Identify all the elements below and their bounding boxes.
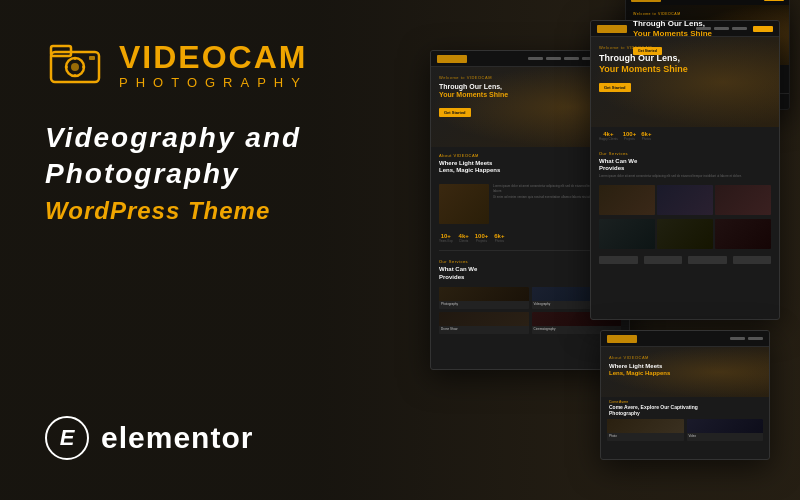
service-sm-img-1 bbox=[607, 419, 684, 433]
mock-hero-label: Welcome to VIDEOCAM bbox=[633, 12, 782, 16]
camera-icon bbox=[45, 40, 105, 90]
logo-subtitle: PHOTOGRAPHY bbox=[119, 75, 308, 90]
mock-sm-nav bbox=[601, 331, 769, 347]
logo-area: VIDEOCAM PHOTOGRAPHY bbox=[45, 40, 350, 90]
tagline-line2: WordPress Theme bbox=[45, 197, 350, 225]
mock-med-hero: Welcome to VIDEOCAM Through Our Lens, Yo… bbox=[591, 37, 779, 127]
service-sm-label-1: Photo bbox=[607, 433, 684, 439]
mock-sm-title-yellow: Lens, Magic Happens bbox=[609, 370, 670, 376]
service-card-3: Drone Show bbox=[439, 312, 529, 334]
mockup-small: About VIDEOCAM Where Light Meets Lens, M… bbox=[600, 330, 770, 460]
stat-4k: 4k+ Happy Clients bbox=[599, 131, 618, 141]
img-thumb-1 bbox=[599, 185, 655, 215]
partner-logo-2 bbox=[644, 256, 683, 264]
mockup-medium: Welcome to VIDEOCAM Through Our Lens, Yo… bbox=[590, 20, 780, 320]
service-img-1 bbox=[439, 287, 529, 301]
img-thumb-6 bbox=[715, 219, 771, 249]
stat-100: 100+ Projects bbox=[623, 131, 637, 141]
svg-point-3 bbox=[71, 63, 79, 71]
tagline-line1: Videography and Photography bbox=[45, 120, 350, 193]
brand-name: VIDEOCAM bbox=[119, 41, 308, 73]
mock-med-stats: 4k+ Happy Clients 100+ Projects 6k+ Phot… bbox=[591, 127, 779, 145]
mock-med-cta: Get Started bbox=[599, 83, 631, 92]
partner-logo-4 bbox=[733, 256, 772, 264]
nav-item bbox=[546, 57, 561, 60]
mock-med-services-text: Lorem ipsum dolor sit amet consectetur a… bbox=[599, 174, 771, 178]
logo-top: VIDEOCAM PHOTOGRAPHY bbox=[45, 40, 350, 90]
stat-6k-label: Photos bbox=[641, 137, 651, 141]
service-label-3: Drone Show bbox=[439, 326, 529, 332]
right-panel: Welcome to VIDEOCAM Through Our Lens,You… bbox=[395, 0, 800, 500]
mock-med-nav-btn bbox=[753, 26, 773, 32]
mock-med-services-label: Our Services bbox=[599, 151, 771, 156]
service-img-3 bbox=[439, 312, 529, 326]
stat-clients-label: Clients bbox=[459, 239, 469, 243]
stat-100-label: Projects bbox=[623, 137, 637, 141]
stat-projects: 100+ Projects bbox=[475, 233, 489, 243]
mock-sm-logo bbox=[607, 335, 637, 343]
stat-photos-label: Photos bbox=[494, 239, 504, 243]
mock-cta-button: Get Started bbox=[439, 108, 471, 117]
stat-projects-label: Projects bbox=[475, 239, 489, 243]
img-thumb-2 bbox=[657, 185, 713, 215]
mock-partner-row bbox=[591, 253, 779, 267]
elementor-icon: E bbox=[45, 416, 89, 460]
svg-rect-8 bbox=[89, 56, 95, 60]
service-sm-card-1: Photo bbox=[607, 419, 684, 441]
nav-item bbox=[730, 337, 745, 340]
tagline-area: Videography and Photography WordPress Th… bbox=[45, 120, 350, 225]
mock-nav-logo bbox=[631, 0, 661, 2]
elementor-badge: E elementor bbox=[45, 416, 350, 460]
service-sm-card-2: Video bbox=[687, 419, 764, 441]
img-thumb-3 bbox=[715, 185, 771, 215]
stat-4k-label: Happy Clients bbox=[599, 137, 618, 141]
nav-item bbox=[732, 27, 747, 30]
mock-sm-label: About VIDEOCAM bbox=[609, 355, 761, 360]
mock-nav-button bbox=[764, 0, 784, 1]
partner-logo-3 bbox=[688, 256, 727, 264]
img-thumb-5 bbox=[657, 219, 713, 249]
mock-sm-hero: About VIDEOCAM Where Light Meets Lens, M… bbox=[601, 347, 769, 397]
mock-img-grid-2 bbox=[591, 219, 779, 253]
nav-item bbox=[748, 337, 763, 340]
left-panel: VIDEOCAM PHOTOGRAPHY Videography and Pho… bbox=[0, 0, 395, 500]
mock-med-services-title: What Can WeProvides bbox=[599, 158, 771, 172]
elementor-e-letter: E bbox=[60, 425, 75, 451]
nav-item bbox=[528, 57, 543, 60]
mock-sm-title: Where Light Meets Lens, Magic Happens bbox=[609, 363, 761, 377]
mock-sm-section-title: Come Avere, Explore Our CaptivatingPhoto… bbox=[609, 404, 761, 416]
mock-hero-label: Welcome to VIDEOCAM bbox=[439, 75, 621, 80]
mock-hero-title: Through Our Lens, Your Moments Shine bbox=[439, 83, 621, 100]
stat-photos: 6k+ Photos bbox=[494, 233, 504, 243]
nav-item bbox=[564, 57, 579, 60]
mock-med-hero-title: Through Our Lens, Your Moments Shine bbox=[599, 53, 771, 75]
service-sm-label-2: Video bbox=[687, 433, 764, 439]
mock-img-grid bbox=[591, 185, 779, 219]
service-card-1: Photography bbox=[439, 287, 529, 309]
mock-nav-logo bbox=[437, 55, 467, 63]
mock-sm-content: Come Avere Come Avere, Explore Our Capti… bbox=[601, 397, 769, 419]
main-content: VIDEOCAM PHOTOGRAPHY Videography and Pho… bbox=[0, 0, 800, 500]
mock-hero-title: Through Our Lens,Your Moments Shine bbox=[633, 19, 723, 38]
service-sm-img-2 bbox=[687, 419, 764, 433]
mock-sm-services-grid: Photo Video bbox=[601, 419, 769, 445]
mock-nav-items bbox=[528, 57, 597, 60]
stat-6k: 6k+ Photos bbox=[641, 131, 651, 141]
mock-med-nav-logo bbox=[597, 25, 627, 33]
partner-logo-1 bbox=[599, 256, 638, 264]
mock-about-image bbox=[439, 184, 489, 224]
service-label-1: Photography bbox=[439, 301, 529, 307]
mock-med-hero-label: Welcome to VIDEOCAM bbox=[599, 45, 771, 50]
stat-years-label: Years Exp bbox=[439, 239, 453, 243]
mockup-container: Welcome to VIDEOCAM Through Our Lens,You… bbox=[400, 20, 790, 480]
mock-med-services: Our Services What Can WeProvides Lorem i… bbox=[591, 145, 779, 185]
stat-clients: 4k+ Clients bbox=[459, 233, 469, 243]
stat-years: 10+ Years Exp bbox=[439, 233, 453, 243]
mock-sm-nav-items bbox=[730, 337, 763, 340]
hero-title-yellow: Your Moments Shine bbox=[439, 91, 508, 98]
img-thumb-4 bbox=[599, 219, 655, 249]
hero-title-yellow-med: Your Moments Shine bbox=[599, 64, 688, 74]
elementor-label: elementor bbox=[101, 421, 253, 455]
logo-text-block: VIDEOCAM PHOTOGRAPHY bbox=[119, 41, 308, 90]
